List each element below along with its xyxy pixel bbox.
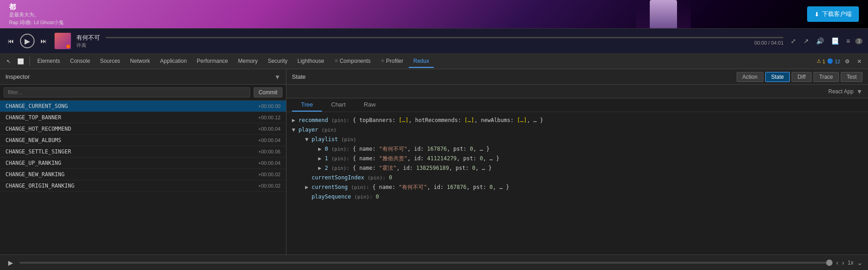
state-header: State Action State Diff Trace Test bbox=[286, 69, 868, 85]
tree-arrow[interactable]: ▼ bbox=[305, 136, 311, 143]
progress-bar[interactable] bbox=[105, 37, 783, 38]
slider-thumb[interactable] bbox=[826, 260, 833, 266]
tree-line: ▶ 0 (pin): { name: "有何不可", id: 167876, p… bbox=[292, 144, 863, 154]
tab-redux[interactable]: Redux bbox=[409, 55, 434, 68]
state-tree-content: ▶ recommend (pin): { topBanners: […], ho… bbox=[286, 112, 868, 270]
playback-slider[interactable] bbox=[20, 262, 833, 264]
tree-key: player bbox=[298, 127, 318, 133]
tab-performance[interactable]: Performance bbox=[192, 55, 233, 68]
tab-console[interactable]: Console bbox=[65, 55, 95, 68]
tree-arrow[interactable]: ▶ bbox=[318, 165, 325, 171]
tree-value: { topBanners: […], hotRecommends: […], n… bbox=[349, 117, 543, 123]
close-devtools-button[interactable]: ✕ bbox=[854, 56, 864, 66]
banner-content: 都 是最美大为。 Rap 词/曲: Lil Ghost小鬼 ⬇ 下载客户端 bbox=[0, 0, 868, 28]
playlist-count-badge: 3 bbox=[855, 38, 863, 44]
playlist-button[interactable]: ≡ bbox=[844, 36, 852, 46]
tab-application[interactable]: Application bbox=[156, 55, 191, 68]
react-app-dropdown-icon[interactable]: ▼ bbox=[856, 88, 863, 95]
playback-back-button[interactable]: ‹ bbox=[836, 259, 838, 266]
share-button[interactable]: ↗ bbox=[802, 36, 811, 46]
download-label: 下载客户端 bbox=[822, 10, 852, 18]
tree-tab[interactable]: Tree bbox=[292, 98, 322, 112]
diff-tab-btn[interactable]: Diff bbox=[792, 72, 812, 82]
action-item[interactable]: CHANGE_HOT_RECOMMEND+00:00.04 bbox=[0, 123, 286, 135]
tree-value: 0 bbox=[386, 174, 392, 181]
speed-dropdown-button[interactable]: ⌄ bbox=[857, 259, 863, 266]
trace-tab-btn[interactable]: Trace bbox=[813, 72, 839, 82]
action-item[interactable]: CHANGE_TOP_BANNER+00:00.12 bbox=[0, 112, 286, 123]
action-list[interactable]: CHANGE_CURRENT_SONG+00:00.00CHANGE_TOP_B… bbox=[0, 101, 286, 270]
progress-area[interactable]: 00:00 / 04:01 bbox=[105, 37, 783, 46]
tab-lighthouse[interactable]: Lighthouse bbox=[293, 55, 329, 68]
action-item[interactable]: CHANGE_UP_RANKING+00:00.04 bbox=[0, 158, 286, 169]
error-icon: 🔵 bbox=[827, 58, 833, 64]
tab-security[interactable]: Security bbox=[263, 55, 292, 68]
test-tab-btn[interactable]: Test bbox=[841, 72, 863, 82]
volume-button[interactable]: 🔊 bbox=[814, 36, 826, 46]
play-button[interactable]: ▶ bbox=[20, 34, 35, 48]
download-button[interactable]: ⬇ 下载客户端 bbox=[807, 6, 859, 22]
error-count: 12 bbox=[835, 59, 840, 64]
time-current: 00:00 bbox=[754, 40, 767, 46]
commit-button[interactable]: Commit bbox=[254, 87, 282, 97]
tree-value: { name: "霍泫", id: 1382596189, pst: 0, … … bbox=[349, 165, 492, 171]
action-time: +00:00.04 bbox=[258, 160, 281, 166]
action-tab-btn[interactable]: Action bbox=[737, 72, 763, 82]
fullscreen-button[interactable]: ⤢ bbox=[789, 36, 798, 46]
tab-components[interactable]: ⚛Components bbox=[330, 55, 375, 68]
tree-arrow[interactable]: ▶ bbox=[292, 117, 298, 123]
banner-text-area: 都 是最美大为。 Rap 词/曲: Lil Ghost小鬼 bbox=[0, 0, 73, 28]
inspector-header: Inspector ▼ bbox=[0, 69, 286, 85]
tree-arrow[interactable]: ▶ bbox=[318, 155, 325, 162]
action-time: +00:00.00 bbox=[258, 103, 281, 109]
action-item[interactable]: CHANGE_ORIGIN_RANKING+00:00.02 bbox=[0, 180, 286, 192]
tree-pin: (pin): bbox=[331, 156, 350, 162]
action-item[interactable]: CHANGE_CURRENT_SONG+00:00.00 bbox=[0, 101, 286, 112]
tree-arrow[interactable]: ▶ bbox=[318, 146, 325, 152]
tab-network[interactable]: Network bbox=[125, 55, 155, 68]
react-app-row: React App ▼ bbox=[286, 85, 868, 98]
playback-forward-button[interactable]: › bbox=[842, 259, 844, 266]
tree-tabs-row: Tree Chart Raw bbox=[286, 98, 868, 112]
tree-arrow[interactable]: ▼ bbox=[292, 127, 298, 133]
devtools-panel-icon[interactable]: ⬜ bbox=[15, 56, 27, 66]
inspector-dropdown-icon[interactable]: ▼ bbox=[274, 73, 281, 81]
tree-line: ▶ 1 (pin): { name: "雅俗共赏", id: 411214279… bbox=[292, 154, 863, 163]
tab-elements[interactable]: Elements bbox=[33, 55, 65, 68]
state-panel: State Action State Diff Trace Test React… bbox=[286, 69, 868, 270]
lyrics-button[interactable]: 📃 bbox=[829, 36, 841, 46]
warning-badge: ⚠ 1 bbox=[817, 58, 825, 64]
prev-button[interactable]: ⏮ bbox=[5, 36, 16, 46]
tree-arrow[interactable]: ▶ bbox=[305, 184, 311, 190]
tab-memory[interactable]: Memory bbox=[234, 55, 262, 68]
song-title: 有何不可 bbox=[76, 34, 100, 42]
tree-value: 0 bbox=[372, 194, 379, 200]
filter-input[interactable] bbox=[4, 87, 250, 97]
banner-subtitle: 是最美大为。 bbox=[9, 11, 64, 18]
tab-profiler[interactable]: ⚛Profiler bbox=[376, 55, 408, 68]
action-item[interactable]: CHANGE_NEW_RANKING+00:00.02 bbox=[0, 169, 286, 180]
devtools-cursor-icon[interactable]: ↖ bbox=[4, 56, 14, 66]
next-button[interactable]: ⏭ bbox=[38, 36, 49, 46]
top-banner: 都 是最美大为。 Rap 词/曲: Lil Ghost小鬼 ⬇ 下载客户端 bbox=[0, 0, 868, 28]
devtools-toolbar: ↖ ⬜ Elements Console Sources Network App… bbox=[0, 54, 868, 69]
action-item[interactable]: CHANGE_NEW_ALBUMS+00:00.04 bbox=[0, 135, 286, 146]
action-time: +00:00.06 bbox=[258, 149, 281, 154]
state-tab-btn[interactable]: State bbox=[765, 72, 790, 82]
playback-play-button[interactable]: ▶ bbox=[5, 258, 16, 267]
tab-sources[interactable]: Sources bbox=[95, 55, 125, 68]
tree-pin: (pin) bbox=[321, 127, 336, 133]
banner-figure bbox=[636, 0, 691, 28]
action-time: +00:00.04 bbox=[258, 126, 281, 132]
tree-pin: (pin): bbox=[351, 184, 369, 190]
player-right-controls: ⤢ ↗ 🔊 📃 ≡ 3 bbox=[789, 36, 863, 46]
tree-line: ▶ 2 (pin): { name: "霍泫", id: 1382596189,… bbox=[292, 163, 863, 173]
action-item[interactable]: CHANGE_SETTLE_SINGER+00:00.06 bbox=[0, 146, 286, 158]
raw-tab[interactable]: Raw bbox=[355, 98, 385, 112]
action-name: CHANGE_CURRENT_SONG bbox=[5, 103, 68, 109]
banner-rap-label: Rap 词/曲: Lil Ghost小鬼 bbox=[9, 19, 64, 26]
state-tab-buttons: Action State Diff Trace Test bbox=[737, 72, 863, 82]
settings-button[interactable]: ⚙ bbox=[842, 56, 853, 66]
tree-value: { name: "雅俗共赏", id: 411214279, pst: 0, …… bbox=[349, 155, 499, 162]
chart-tab[interactable]: Chart bbox=[322, 98, 355, 112]
